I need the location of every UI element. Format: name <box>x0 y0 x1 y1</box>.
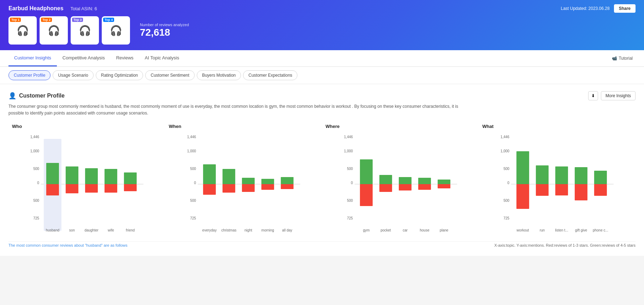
svg-text:500: 500 <box>503 199 509 203</box>
svg-rect-11 <box>66 166 78 184</box>
svg-rect-86 <box>594 171 607 184</box>
sub-tab-usage-scenario[interactable]: Usage Scenario <box>53 70 93 80</box>
svg-text:all day: all day <box>282 228 292 232</box>
svg-text:500: 500 <box>347 199 353 203</box>
review-count-section: Number of reviews analyzed 72,618 <box>140 23 189 38</box>
section-title: 👤 Customer Profile <box>8 92 65 100</box>
svg-rect-80 <box>555 166 568 184</box>
chart-where-area: 1,446 1,000 500 0 500 725 gym pocket <box>326 132 475 238</box>
product-title: Earbud Headphones <box>8 5 64 12</box>
tab-customer-insights[interactable]: Customer Insights <box>8 50 57 66</box>
svg-text:500: 500 <box>503 167 509 171</box>
sub-tab-customer-profile[interactable]: Customer Profile <box>8 70 51 80</box>
svg-text:workout: workout <box>516 228 529 232</box>
person-icon: 👤 <box>8 92 16 100</box>
section-description: The consumer group most commonly mention… <box>8 103 468 117</box>
svg-text:1,446: 1,446 <box>501 135 509 139</box>
svg-text:0: 0 <box>194 181 196 185</box>
svg-text:plane: plane <box>439 228 448 232</box>
svg-rect-30 <box>203 164 216 184</box>
more-insights-button[interactable]: More Insights <box>601 91 636 100</box>
svg-rect-59 <box>398 184 411 190</box>
svg-text:500: 500 <box>347 167 353 171</box>
svg-text:500: 500 <box>33 199 39 203</box>
last-updated: Last Updated: 2023.06.28 <box>561 6 610 11</box>
tutorial-button[interactable]: 📹 Tutorial <box>609 53 636 64</box>
header: Earbud Headphones Total ASIN: 6 Last Upd… <box>0 0 644 50</box>
charts-grid: Who 1,446 1,000 500 0 500 725 <box>8 124 636 238</box>
svg-text:everyday: everyday <box>202 228 217 232</box>
svg-text:son: son <box>69 228 75 232</box>
svg-text:1,000: 1,000 <box>501 149 509 153</box>
tab-reviews[interactable]: Reviews <box>111 50 139 66</box>
svg-text:1,446: 1,446 <box>187 135 196 139</box>
svg-text:725: 725 <box>33 216 39 220</box>
section-title-text: Customer Profile <box>19 93 65 99</box>
footer-link[interactable]: The most common consumer reviews about "… <box>8 243 128 247</box>
download-button[interactable]: ⬇ <box>588 91 598 100</box>
svg-rect-33 <box>223 169 235 184</box>
svg-text:gift give: gift give <box>575 228 587 232</box>
nav-section: Customer Insights Competitive Analysis R… <box>0 50 644 67</box>
svg-rect-65 <box>437 184 450 188</box>
svg-rect-52 <box>360 159 372 184</box>
tutorial-label: Tutorial <box>619 56 633 61</box>
product-card-3[interactable]: Top 3 🎧 <box>71 16 99 45</box>
svg-rect-9 <box>46 184 59 195</box>
svg-text:0: 0 <box>351 181 353 185</box>
svg-rect-43 <box>281 184 294 189</box>
sub-tab-customer-sentiment[interactable]: Customer Sentiment <box>145 70 194 80</box>
svg-rect-18 <box>105 184 117 193</box>
product-badge-4: Top 4 <box>103 18 114 22</box>
product-badge-3: Top 3 <box>72 18 83 22</box>
review-label: Number of reviews analyzed <box>140 23 189 27</box>
svg-text:night: night <box>244 228 252 232</box>
svg-rect-34 <box>223 184 235 193</box>
svg-text:725: 725 <box>347 216 353 220</box>
svg-rect-12 <box>66 184 78 193</box>
chart-who: Who 1,446 1,000 500 0 500 725 <box>8 124 165 238</box>
svg-text:0: 0 <box>37 181 39 185</box>
svg-text:1,000: 1,000 <box>187 149 196 153</box>
svg-text:gym: gym <box>363 228 370 232</box>
chart-what-title: What <box>482 124 632 129</box>
sub-tab-buyers-motivation[interactable]: Buyers Motivation <box>197 70 241 80</box>
product-icon-3: 🎧 <box>79 25 91 36</box>
nav-tabs: Customer Insights Competitive Analysis R… <box>8 50 636 66</box>
section-header: 👤 Customer Profile ⬇ More Insights <box>8 91 636 100</box>
svg-rect-31 <box>203 184 216 195</box>
chart-who-svg: 1,446 1,000 500 0 500 725 husband <box>12 132 162 238</box>
svg-rect-83 <box>575 167 587 184</box>
svg-text:1,446: 1,446 <box>30 135 39 139</box>
svg-rect-62 <box>418 184 431 190</box>
tab-ai-topic-analysis[interactable]: AI Topic Analysis <box>139 50 185 66</box>
svg-text:0: 0 <box>508 181 510 185</box>
product-card-2[interactable]: Top 2 🎧 <box>40 16 68 45</box>
svg-rect-56 <box>379 184 392 192</box>
sub-tab-rating-optimization[interactable]: Rating Optimization <box>96 70 143 80</box>
svg-rect-78 <box>536 184 549 196</box>
svg-text:phone c...: phone c... <box>593 228 608 232</box>
tab-competitive-analysis[interactable]: Competitive Analysis <box>57 50 111 66</box>
asin-count: Total ASIN: 6 <box>71 6 97 11</box>
svg-rect-74 <box>516 151 529 184</box>
svg-rect-21 <box>124 184 137 191</box>
svg-rect-64 <box>437 180 450 184</box>
section-actions: ⬇ More Insights <box>588 91 636 100</box>
svg-text:pocket: pocket <box>380 228 391 232</box>
svg-text:500: 500 <box>33 167 39 171</box>
product-card-4[interactable]: Top 4 🎧 <box>102 16 130 45</box>
svg-text:run: run <box>540 228 545 232</box>
chart-when-area: 1,446 1,000 500 0 500 725 everyday chris… <box>169 132 319 238</box>
svg-text:car: car <box>402 228 408 232</box>
svg-text:500: 500 <box>190 199 196 203</box>
svg-text:725: 725 <box>503 216 509 220</box>
product-card-1[interactable]: Top 1 🎧 <box>8 16 37 45</box>
sub-tab-customer-expectations[interactable]: Customer Expectations <box>243 70 297 80</box>
chart-when-svg: 1,446 1,000 500 0 500 725 everyday chris… <box>169 132 319 238</box>
chart-when-title: When <box>169 124 319 129</box>
product-badge-2: Top 2 <box>41 18 52 22</box>
svg-text:500: 500 <box>190 167 196 171</box>
footer-legend: X-axis:topic. Y-axis:mentions. Red:revie… <box>494 243 636 247</box>
share-button[interactable]: Share <box>614 4 636 13</box>
